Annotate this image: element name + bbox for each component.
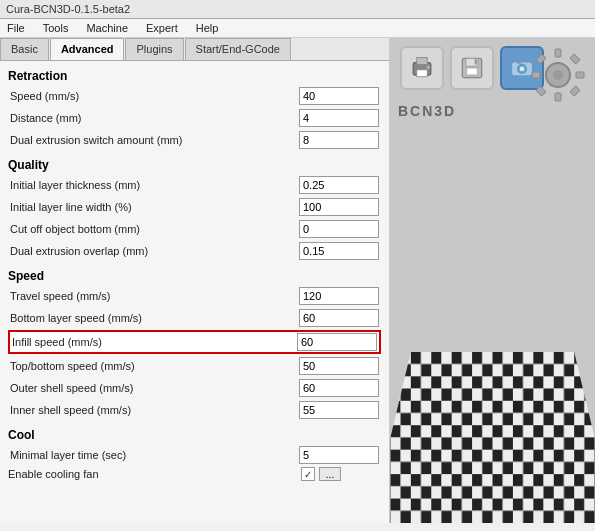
menu-bar: File Tools Machine Expert Help [0, 19, 595, 38]
svg-rect-7 [475, 59, 478, 64]
label-distance: Distance (mm) [10, 112, 299, 124]
bcn3d-logo-text: BCN3D [398, 103, 456, 119]
save-icon-button[interactable] [450, 46, 494, 90]
svg-rect-19 [536, 86, 546, 96]
label-inner-shell: Inner shell speed (mm/s) [10, 404, 299, 416]
tab-basic[interactable]: Basic [0, 38, 49, 60]
label-topbottom-speed: Top/bottom speed (mm/s) [10, 360, 299, 372]
setting-row-cutoff: Cut off object bottom (mm) [8, 219, 381, 239]
setting-row-init-thickness: Initial layer thickness (mm) [8, 175, 381, 195]
svg-rect-16 [576, 72, 584, 78]
checkerboard-floor [390, 303, 595, 523]
setting-row-dual-switch: Dual extrusion switch amount (mm) [8, 130, 381, 150]
menu-expert[interactable]: Expert [143, 21, 181, 35]
section-quality-header: Quality [8, 158, 381, 172]
cooling-fan-checkbox[interactable]: ✓ [301, 467, 315, 481]
svg-rect-11 [517, 60, 521, 64]
main-layout: Basic Advanced Plugins Start/End-GCode R… [0, 38, 595, 523]
input-speed[interactable] [299, 87, 379, 105]
label-outer-shell: Outer shell speed (mm/s) [10, 382, 299, 394]
setting-row-distance: Distance (mm) [8, 108, 381, 128]
input-outer-shell[interactable] [299, 379, 379, 397]
label-bottom-speed: Bottom layer speed (mm/s) [10, 312, 299, 324]
input-init-linewidth[interactable] [299, 198, 379, 216]
section-retraction-header: Retraction [8, 69, 381, 83]
input-bottom-speed[interactable] [299, 309, 379, 327]
setting-row-inner-shell: Inner shell speed (mm/s) [8, 400, 381, 420]
right-panel-3d-view: BCN3D [390, 38, 595, 523]
svg-rect-13 [555, 49, 561, 57]
setting-row-topbottom-speed: Top/bottom speed (mm/s) [8, 356, 381, 376]
menu-tools[interactable]: Tools [40, 21, 72, 35]
left-panel: Basic Advanced Plugins Start/End-GCode R… [0, 38, 390, 523]
setting-row-bottom-speed: Bottom layer speed (mm/s) [8, 308, 381, 328]
label-init-linewidth: Initial layer line width (%) [10, 201, 299, 213]
svg-rect-17 [536, 54, 546, 64]
label-cooling-fan: Enable cooling fan [8, 468, 301, 480]
title-bar: Cura-BCN3D-0.1.5-beta2 [0, 0, 595, 19]
setting-row-infill-speed: Infill speed (mm/s) [8, 330, 381, 354]
input-topbottom-speed[interactable] [299, 357, 379, 375]
input-dual-switch[interactable] [299, 131, 379, 149]
input-travel-speed[interactable] [299, 287, 379, 305]
svg-rect-20 [570, 86, 580, 96]
svg-rect-2 [417, 70, 428, 77]
gear-icon [526, 43, 590, 110]
input-init-thickness[interactable] [299, 176, 379, 194]
tabs-bar: Basic Advanced Plugins Start/End-GCode [0, 38, 389, 61]
setting-row-outer-shell: Outer shell speed (mm/s) [8, 378, 381, 398]
section-speed-header: Speed [8, 269, 381, 283]
svg-point-3 [426, 65, 430, 69]
input-min-layer-time[interactable] [299, 446, 379, 464]
svg-rect-6 [467, 68, 478, 75]
svg-point-10 [520, 67, 524, 71]
menu-help[interactable]: Help [193, 21, 222, 35]
tab-start-end-gcode[interactable]: Start/End-GCode [185, 38, 291, 60]
setting-row-min-layer-time: Minimal layer time (sec) [8, 445, 381, 465]
cooling-fan-container: ✓ ... [301, 467, 381, 481]
setting-row-dual-overlap: Dual extrusion overlap (mm) [8, 241, 381, 261]
input-cutoff[interactable] [299, 220, 379, 238]
label-infill-speed: Infill speed (mm/s) [12, 336, 297, 348]
input-inner-shell[interactable] [299, 401, 379, 419]
toolbar-icons [400, 46, 544, 90]
input-dual-overlap[interactable] [299, 242, 379, 260]
print-icon-button[interactable] [400, 46, 444, 90]
label-speed: Speed (mm/s) [10, 90, 299, 102]
label-travel-speed: Travel speed (mm/s) [10, 290, 299, 302]
cooling-fan-dots-button[interactable]: ... [319, 467, 341, 481]
settings-content: Retraction Speed (mm/s) Distance (mm) Du… [0, 61, 389, 523]
tab-advanced[interactable]: Advanced [50, 38, 125, 60]
label-min-layer-time: Minimal layer time (sec) [10, 449, 299, 461]
section-cool-header: Cool [8, 428, 381, 442]
label-cutoff: Cut off object bottom (mm) [10, 223, 299, 235]
title-text: Cura-BCN3D-0.1.5-beta2 [6, 3, 130, 15]
svg-rect-1 [417, 58, 428, 65]
menu-file[interactable]: File [4, 21, 28, 35]
input-distance[interactable] [299, 109, 379, 127]
svg-marker-25 [390, 352, 595, 523]
svg-rect-15 [532, 72, 540, 78]
setting-row-travel-speed: Travel speed (mm/s) [8, 286, 381, 306]
checkbox-row-cooling-fan: Enable cooling fan ✓ ... [8, 467, 381, 481]
setting-row-init-linewidth: Initial layer line width (%) [8, 197, 381, 217]
label-init-thickness: Initial layer thickness (mm) [10, 179, 299, 191]
svg-rect-18 [570, 54, 580, 64]
setting-row-speed: Speed (mm/s) [8, 86, 381, 106]
tab-plugins[interactable]: Plugins [125, 38, 183, 60]
label-dual-switch: Dual extrusion switch amount (mm) [10, 134, 299, 146]
menu-machine[interactable]: Machine [83, 21, 131, 35]
svg-point-12 [553, 70, 563, 80]
svg-rect-14 [555, 93, 561, 101]
label-dual-overlap: Dual extrusion overlap (mm) [10, 245, 299, 257]
input-infill-speed[interactable] [297, 333, 377, 351]
